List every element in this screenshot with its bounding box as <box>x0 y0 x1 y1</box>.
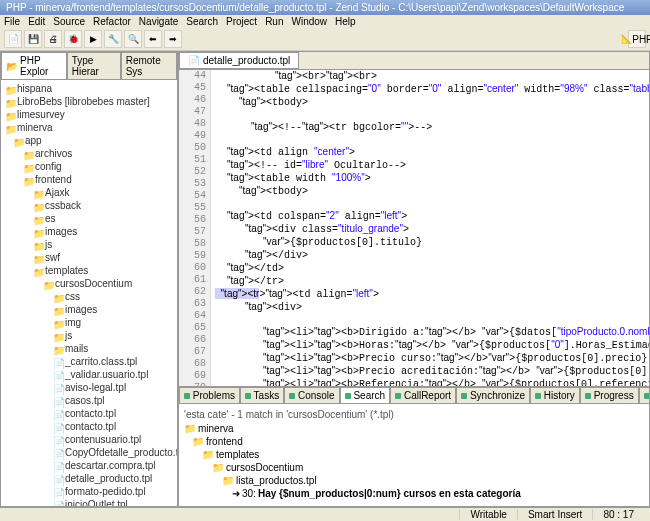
file-item[interactable]: 📄_validar.usuario.tpl <box>3 368 175 381</box>
folder-item[interactable]: 📁es <box>3 212 175 225</box>
search-results[interactable]: 'esta cate' - 1 match in 'cursosDocentiu… <box>179 404 649 506</box>
folder-item[interactable]: 📁LibroBebs [librobebes master] <box>3 95 175 108</box>
run-icon[interactable]: ▶ <box>84 30 102 48</box>
menu-edit[interactable]: Edit <box>28 16 45 27</box>
bottom-tab-progress[interactable]: Progress <box>580 387 639 404</box>
folder-item[interactable]: 📁limesurvey <box>3 108 175 121</box>
file-item[interactable]: 📄aviso-legal.tpl <box>3 381 175 394</box>
folder-item[interactable]: 📁templates <box>3 264 175 277</box>
bottom-tab-browser-o[interactable]: Browser O <box>639 387 649 404</box>
file-item[interactable]: 📄detalle_producto.tpl <box>3 472 175 485</box>
search-result-item[interactable]: 📁 templates <box>182 448 646 461</box>
file-icon: 📄 <box>53 435 63 445</box>
file-item[interactable]: 📄inicioOutlet.tpl <box>3 498 175 506</box>
folder-item[interactable]: 📁images <box>3 225 175 238</box>
folder-item[interactable]: 📁hispana <box>3 82 175 95</box>
folder-item[interactable]: 📁cursosDocentium <box>3 277 175 290</box>
folder-item[interactable]: 📁Ajaxk <box>3 186 175 199</box>
folder-icon: ➜ <box>232 487 240 500</box>
folder-icon: 📁 <box>5 123 15 133</box>
folder-icon: 📁 <box>192 435 204 448</box>
tab-icon <box>345 393 351 399</box>
window-titlebar: PHP - minerva/frontend/templates/cursosD… <box>0 0 650 15</box>
main-toolbar: 📄 💾 🖨 🐞 ▶ 🔧 🔍 ⬅ ➡ 📐 PHP <box>0 28 650 51</box>
menu-source[interactable]: Source <box>53 16 85 27</box>
folder-item[interactable]: 📁app <box>3 134 175 147</box>
debug-icon[interactable]: 🐞 <box>64 30 82 48</box>
folder-item[interactable]: 📁cssback <box>3 199 175 212</box>
folder-icon: 📁 <box>5 110 15 120</box>
bottom-tab-callreport[interactable]: CallReport <box>390 387 456 404</box>
bottom-tab-synchronize[interactable]: Synchronize <box>456 387 530 404</box>
file-item[interactable]: 📄_carrito.class.tpl <box>3 355 175 368</box>
file-item[interactable]: 📄descartar.compra.tpl <box>3 459 175 472</box>
folder-icon: 📁 <box>43 279 53 289</box>
search-result-item[interactable]: 📁 lista_productos.tpl <box>182 474 646 487</box>
menu-file[interactable]: File <box>4 16 20 27</box>
file-item[interactable]: 📄contacto.tpl <box>3 420 175 433</box>
search-icon[interactable]: 🔍 <box>124 30 142 48</box>
menu-run[interactable]: Run <box>265 16 283 27</box>
file-icon: 📄 <box>53 357 63 367</box>
menu-window[interactable]: Window <box>291 16 327 27</box>
bottom-tab-tasks[interactable]: Tasks <box>240 387 284 404</box>
menu-refactor[interactable]: Refactor <box>93 16 131 27</box>
search-result-item[interactable]: 📁 minerva <box>182 422 646 435</box>
folder-icon: 📁 <box>184 422 196 435</box>
tab-remote-systems[interactable]: Remote Sys <box>121 52 177 80</box>
tab-icon <box>184 393 190 399</box>
folder-item[interactable]: 📁js <box>3 238 175 251</box>
menu-help[interactable]: Help <box>335 16 356 27</box>
bottom-tab-search[interactable]: Search <box>340 387 390 404</box>
menu-bar: File Edit Source Refactor Navigate Searc… <box>0 15 650 28</box>
folder-icon: 📁 <box>53 331 63 341</box>
ext-tools-icon[interactable]: 🔧 <box>104 30 122 48</box>
bottom-tab-history[interactable]: History <box>530 387 580 404</box>
folder-icon: 📁 <box>13 136 23 146</box>
file-icon: 📄 <box>188 55 200 66</box>
tab-type-hierarchy[interactable]: Type Hierar <box>67 52 121 80</box>
file-item[interactable]: 📄formato-pedido.tpl <box>3 485 175 498</box>
folder-item[interactable]: 📁swf <box>3 251 175 264</box>
new-icon[interactable]: 📄 <box>4 30 22 48</box>
search-result-item[interactable]: 📁 frontend <box>182 435 646 448</box>
tab-php-explorer[interactable]: 📂 PHP Explor <box>1 52 67 80</box>
code-editor[interactable]: 44 45 46 47 48 49 50 51 52 53 54 55 56 5… <box>179 70 649 386</box>
folder-item[interactable]: 📁config <box>3 160 175 173</box>
file-icon: 📄 <box>53 370 63 380</box>
search-result-item[interactable]: ➜ 30: Hay {$num_productos|0:num} cursos … <box>182 487 646 500</box>
menu-search[interactable]: Search <box>186 16 218 27</box>
save-icon[interactable]: 💾 <box>24 30 42 48</box>
print-icon[interactable]: 🖨 <box>44 30 62 48</box>
file-item[interactable]: 📄contacto.tpl <box>3 407 175 420</box>
bottom-tab-console[interactable]: Console <box>284 387 339 404</box>
folder-icon: 📁 <box>33 266 43 276</box>
editor-tab-active[interactable]: 📄 detalle_producto.tpl <box>179 52 299 69</box>
file-icon: 📄 <box>53 422 63 432</box>
folder-icon: 📁 <box>222 474 234 487</box>
tab-icon <box>535 393 541 399</box>
file-icon: 📄 <box>53 461 63 471</box>
file-item[interactable]: 📄CopyOfdetalle_producto.tpl <box>3 446 175 459</box>
search-result-item[interactable]: 📁 cursosDocentium <box>182 461 646 474</box>
folder-item[interactable]: 📁img <box>3 316 175 329</box>
file-item[interactable]: 📄casos.tpl <box>3 394 175 407</box>
folder-item[interactable]: 📁js <box>3 329 175 342</box>
file-icon: 📄 <box>53 487 63 497</box>
folder-item[interactable]: 📁mails <box>3 342 175 355</box>
folder-item[interactable]: 📁minerva <box>3 121 175 134</box>
folder-item[interactable]: 📁archivos <box>3 147 175 160</box>
folder-item[interactable]: 📁images <box>3 303 175 316</box>
bottom-tab-problems[interactable]: Problems <box>179 387 240 404</box>
folder-item[interactable]: 📁frontend <box>3 173 175 186</box>
nav-fwd-icon[interactable]: ➡ <box>164 30 182 48</box>
folder-icon: 📁 <box>33 214 43 224</box>
menu-navigate[interactable]: Navigate <box>139 16 178 27</box>
folder-item[interactable]: 📁css <box>3 290 175 303</box>
project-tree[interactable]: 📁hispana📁LibroBebs [librobebes master]📁l… <box>1 80 177 506</box>
code-content[interactable]: "tag"><br>"tag"><br> "tag"><table cellsp… <box>211 70 649 386</box>
menu-project[interactable]: Project <box>226 16 257 27</box>
file-item[interactable]: 📄contenusuario.tpl <box>3 433 175 446</box>
nav-back-icon[interactable]: ⬅ <box>144 30 162 48</box>
perspective-button[interactable]: 📐 PHP <box>628 30 646 48</box>
